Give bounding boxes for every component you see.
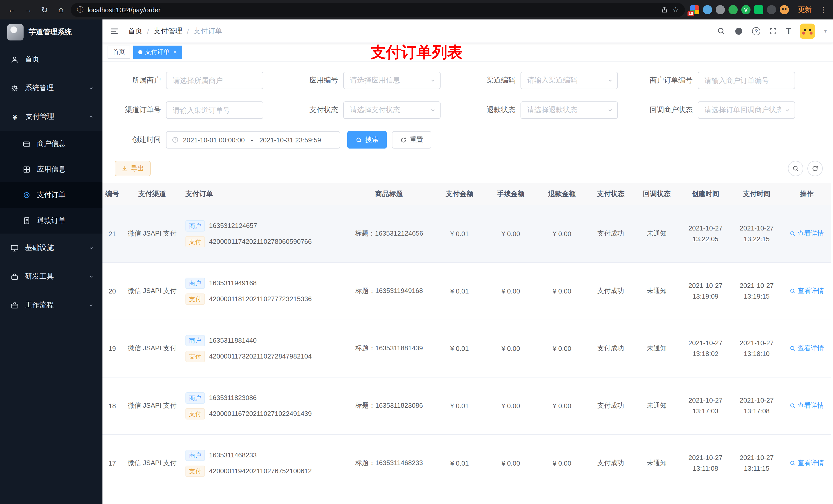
browser-menu-icon[interactable]: ⋮ bbox=[819, 3, 828, 16]
product-title: 标题：1635311468233 bbox=[355, 459, 423, 466]
merchant-badge: 商户 bbox=[186, 392, 205, 403]
github-icon[interactable] bbox=[734, 26, 743, 35]
refund-amount: ¥ 0.00 bbox=[553, 230, 571, 237]
sidebar-item-label: 研发工具 bbox=[25, 272, 82, 281]
browser-home-icon[interactable]: ⌂ bbox=[54, 3, 68, 16]
refund-status-select[interactable]: 请选择退款状态 bbox=[521, 101, 618, 119]
sidebar-item-merchant-info[interactable]: 商户信息 bbox=[0, 131, 102, 157]
filter-label: 支付状态 bbox=[288, 105, 343, 115]
extension-pin-icon[interactable] bbox=[767, 5, 776, 14]
channel-order-no-input[interactable] bbox=[166, 101, 263, 119]
fee-amount: ¥ 0.00 bbox=[502, 459, 520, 467]
back-icon[interactable]: ← bbox=[5, 3, 19, 16]
extension-icon-2[interactable] bbox=[703, 5, 712, 14]
browser-update-button[interactable]: 更新 bbox=[794, 3, 815, 16]
app-id-select[interactable]: 请选择应用信息 bbox=[343, 72, 441, 89]
merchant-order-no: 1635311949168 bbox=[209, 279, 257, 287]
chevron-down-icon bbox=[88, 245, 94, 251]
table-row[interactable]: 16 微信 JSAPI 支付 商户 1635311251786 支付 bbox=[102, 492, 831, 504]
view-detail-link[interactable]: 查看详情 bbox=[789, 286, 824, 295]
bookmark-star-icon[interactable]: ☆ bbox=[672, 6, 679, 14]
view-detail-link[interactable]: 查看详情 bbox=[789, 458, 824, 467]
tab-home[interactable]: 首页 bbox=[108, 45, 130, 58]
pay-status-select[interactable]: 请选择支付状态 bbox=[343, 101, 441, 119]
merchant-input[interactable] bbox=[166, 72, 263, 89]
yen-icon: ¥ bbox=[10, 113, 20, 121]
font-size-icon[interactable]: T bbox=[786, 26, 791, 36]
forward-icon[interactable]: → bbox=[22, 3, 35, 16]
refresh-table-icon[interactable] bbox=[807, 161, 823, 176]
extension-icon-6[interactable] bbox=[754, 5, 763, 14]
tags-view: 首页 支付订单 × bbox=[102, 43, 833, 62]
dashboard-icon bbox=[10, 55, 19, 64]
breadcrumb-home[interactable]: 首页 bbox=[128, 26, 142, 35]
sidebar-item-workflow[interactable]: 工作流程 bbox=[0, 291, 102, 320]
channel-order-no: 4200001194202110276752100612 bbox=[209, 467, 312, 475]
browser-profile-icon[interactable] bbox=[780, 5, 789, 14]
merchant-order-no-input[interactable] bbox=[698, 72, 795, 89]
extension-badge: 10 bbox=[688, 11, 694, 16]
channel-code-select[interactable]: 请输入渠道编码 bbox=[521, 72, 618, 89]
notify-status-select[interactable]: 请选择订单回调商户状态 bbox=[698, 101, 795, 119]
sidebar-item-pay-order[interactable]: 支付订单 bbox=[0, 182, 102, 208]
search-button[interactable]: 搜索 bbox=[347, 131, 387, 148]
table-row[interactable]: 17 微信 JSAPI 支付 商户 1635311468233 支付 42000… bbox=[102, 434, 831, 492]
avatar-caret-icon[interactable]: ▾ bbox=[824, 28, 827, 34]
site-info-icon[interactable]: ⓘ bbox=[77, 5, 84, 14]
table-row[interactable]: 19 微信 JSAPI 支付 商户 1635311881440 支付 42000… bbox=[102, 320, 831, 377]
extension-icon-4[interactable] bbox=[729, 5, 738, 14]
header-search-icon[interactable] bbox=[717, 27, 725, 35]
extension-icon-3[interactable] bbox=[716, 5, 725, 14]
help-icon[interactable]: ? bbox=[752, 27, 760, 35]
breadcrumb-payment[interactable]: 支付管理 bbox=[154, 26, 182, 35]
share-icon[interactable] bbox=[661, 6, 668, 13]
tab-close-icon[interactable]: × bbox=[173, 48, 177, 55]
export-button[interactable]: 导出 bbox=[115, 161, 151, 176]
create-time-range-picker[interactable]: 2021-10-01 00:00:00 - 2021-10-31 23:59:5… bbox=[166, 131, 340, 148]
avatar[interactable] bbox=[800, 23, 815, 39]
fee-amount: ¥ 0.00 bbox=[502, 344, 520, 352]
view-detail-link[interactable]: 查看详情 bbox=[789, 344, 824, 353]
create-date: 2021-10-27 bbox=[683, 395, 728, 406]
col-header-channel: 支付渠道 bbox=[124, 183, 180, 205]
reset-button[interactable]: 重置 bbox=[392, 131, 431, 148]
reset-button-label: 重置 bbox=[410, 135, 423, 144]
col-header-status: 支付状态 bbox=[588, 183, 634, 205]
fullscreen-icon[interactable] bbox=[769, 27, 777, 35]
sidebar-item-infra[interactable]: 基础设施 bbox=[0, 234, 102, 262]
sidebar-item-app-info[interactable]: 应用信息 bbox=[0, 157, 102, 182]
pay-badge: 支付 bbox=[186, 408, 205, 419]
view-detail-label: 查看详情 bbox=[798, 458, 824, 467]
extension-icon-1[interactable]: 10 bbox=[690, 5, 699, 14]
url-text[interactable]: localhost:1024/pay/order bbox=[88, 6, 657, 14]
reload-icon[interactable]: ↻ bbox=[38, 3, 51, 16]
sidebar-item-label: 应用信息 bbox=[37, 165, 66, 174]
tab-pay-order[interactable]: 支付订单 × bbox=[133, 45, 182, 58]
sidebar-item-dev-tools[interactable]: 研发工具 bbox=[0, 262, 102, 291]
table-row[interactable]: 18 微信 JSAPI 支付 商户 1635311823086 支付 42000… bbox=[102, 377, 831, 434]
hamburger-icon[interactable] bbox=[110, 26, 119, 35]
view-detail-link[interactable]: 查看详情 bbox=[789, 229, 824, 238]
app-frame: 芋道管理系统 首页 系统管理 ¥ 支付管理 bbox=[0, 20, 833, 504]
extension-icon-5[interactable]: V bbox=[741, 5, 751, 14]
url-bar[interactable]: ⓘ localhost:1024/pay/order ☆ bbox=[71, 3, 685, 17]
logo-avatar bbox=[7, 24, 24, 41]
notify-status: 未通知 bbox=[647, 402, 667, 409]
sidebar-item-payment[interactable]: ¥ 支付管理 bbox=[0, 102, 102, 131]
sidebar-item-label: 支付管理 bbox=[26, 112, 82, 121]
active-dot bbox=[138, 50, 142, 54]
sidebar-item-system[interactable]: 系统管理 bbox=[0, 74, 102, 102]
notify-status: 未通知 bbox=[647, 287, 667, 294]
sidebar-item-home[interactable]: 首页 bbox=[0, 45, 102, 74]
create-date: 2021-10-27 bbox=[683, 223, 728, 234]
sidebar-item-refund-order[interactable]: 退款订单 bbox=[0, 208, 102, 234]
view-detail-link[interactable]: 查看详情 bbox=[789, 401, 824, 410]
app-logo[interactable]: 芋道管理系统 bbox=[0, 20, 102, 45]
filter-label: 商户订单编号 bbox=[642, 76, 698, 85]
table-row[interactable]: 21 微信 JSAPI 支付 商户 1635312124657 支付 42000… bbox=[102, 205, 831, 262]
toggle-search-icon[interactable] bbox=[788, 161, 803, 176]
chevron-down-icon bbox=[606, 77, 614, 84]
pay-time: 13:22:15 bbox=[734, 234, 779, 244]
table-row[interactable]: 20 微信 JSAPI 支付 商户 1635311949168 支付 42000… bbox=[102, 262, 831, 320]
chevron-down-icon bbox=[88, 273, 94, 280]
